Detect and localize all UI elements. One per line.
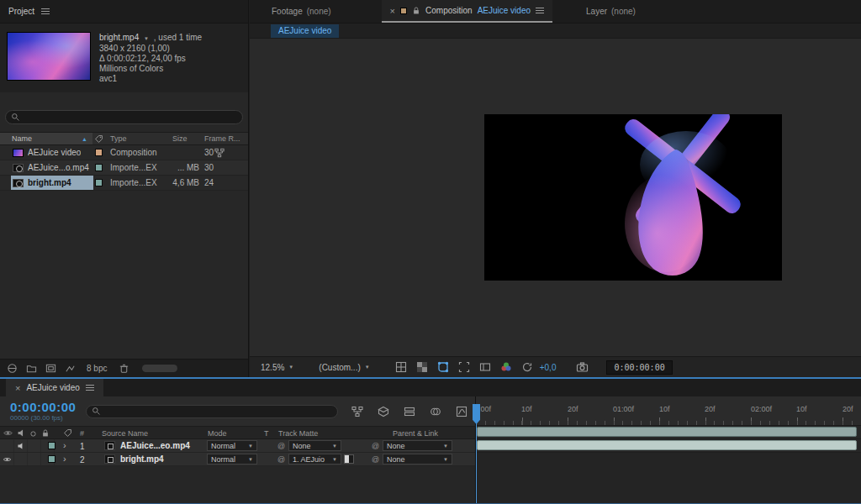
- project-item-row-footage[interactable]: AEJuice...o.mp4 Importe...EX ... MB 30: [0, 160, 248, 176]
- new-composition-icon[interactable]: [43, 361, 58, 376]
- column-t[interactable]: T: [264, 429, 269, 438]
- footage-thumbnail[interactable]: [7, 32, 91, 81]
- close-icon[interactable]: ×: [390, 6, 395, 16]
- grid-guides-icon[interactable]: [394, 360, 409, 375]
- timeline-tab-aejuice-video[interactable]: × AEJuice video: [6, 379, 103, 396]
- column-header-name[interactable]: Name: [12, 134, 32, 143]
- item-name-cell[interactable]: AEJuice...o.mp4: [11, 160, 93, 175]
- layer-duration-bar[interactable]: [477, 427, 857, 437]
- matte-pickwhip-icon[interactable]: @: [277, 455, 285, 464]
- panel-menu-icon[interactable]: [41, 8, 50, 14]
- parent-pickwhip-icon[interactable]: @: [372, 442, 379, 450]
- twirl-arrow-icon[interactable]: ›: [63, 454, 66, 464]
- parent-pickwhip-icon[interactable]: @: [372, 455, 379, 464]
- lock-icon[interactable]: [412, 6, 420, 15]
- solo-toggle[interactable]: [28, 453, 41, 465]
- blend-mode-dropdown[interactable]: Normal ▼: [207, 454, 257, 465]
- column-source-name[interactable]: Source Name: [102, 429, 148, 438]
- color-depth-button[interactable]: 8 bpc: [87, 364, 107, 373]
- chevron-down-icon[interactable]: ▼: [144, 36, 149, 41]
- parent-link-dropdown[interactable]: None ▼: [383, 454, 452, 465]
- transparency-grid-icon[interactable]: [415, 360, 430, 375]
- layer-row-2[interactable]: › 2 bright.mp4 Normal ▼ @ 1. AEJuio ▼ @: [0, 453, 475, 466]
- column-track-matte[interactable]: Track Matte: [278, 429, 318, 438]
- project-item-row-composition[interactable]: AEJuice video Composition 30: [0, 145, 248, 160]
- draft-3d-icon[interactable]: [376, 404, 391, 419]
- layer-duration-bar[interactable]: [477, 440, 857, 450]
- magnification-dropdown[interactable]: 12.5% ▼: [261, 363, 293, 372]
- composition-view[interactable]: [484, 114, 782, 281]
- chevron-down-icon: ▼: [288, 365, 293, 370]
- column-header-frame-rate[interactable]: Frame R...: [204, 134, 240, 143]
- exposure-reset-icon[interactable]: [520, 360, 535, 375]
- composition-viewport[interactable]: [250, 39, 861, 356]
- video-toggle[interactable]: [1, 439, 14, 452]
- track-lane-2: [476, 439, 861, 453]
- timeline-panel: × AEJuice video 0:00:00:00 00000 (30.00 …: [0, 377, 861, 504]
- item-name-cell[interactable]: bright.mp4: [11, 176, 93, 190]
- close-icon[interactable]: ×: [15, 383, 20, 393]
- current-time-display[interactable]: 0:00:00:00: [10, 401, 79, 413]
- audio-toggle[interactable]: [14, 453, 28, 465]
- column-mode[interactable]: Mode: [208, 429, 227, 438]
- viewer-tab-aejuice-video[interactable]: AEJuice video: [271, 24, 339, 38]
- label-column-icon[interactable]: [94, 134, 103, 144]
- project-item-row-selected[interactable]: bright.mp4 Importe...EX 4,6 MB 24: [0, 176, 248, 191]
- tab-layer[interactable]: Layer (none): [586, 7, 636, 16]
- blend-mode-value: Normal: [211, 442, 235, 450]
- snapshot-camera-icon[interactable]: [574, 360, 589, 375]
- adjust-depth-icon[interactable]: [62, 361, 77, 376]
- mini-flowchart-icon[interactable]: [350, 404, 365, 419]
- audio-toggle[interactable]: [14, 439, 28, 452]
- solo-toggle[interactable]: [28, 439, 41, 452]
- column-parent-link[interactable]: Parent & Link: [393, 429, 438, 438]
- blend-mode-value: Normal: [211, 455, 235, 464]
- interpret-footage-icon[interactable]: [4, 361, 19, 376]
- project-search-input[interactable]: [5, 110, 243, 124]
- matte-pickwhip-icon[interactable]: @: [277, 442, 285, 450]
- panel-menu-icon[interactable]: [536, 8, 544, 13]
- tab-footage[interactable]: Footage (none): [272, 7, 331, 16]
- item-name-cell[interactable]: AEJuice video: [11, 145, 93, 160]
- panel-menu-icon[interactable]: [86, 385, 94, 391]
- frame-blending-icon[interactable]: [428, 404, 443, 419]
- video-toggle[interactable]: [1, 453, 14, 465]
- preview-time-field[interactable]: 0:00:00:00: [606, 360, 672, 375]
- region-of-interest-icon[interactable]: [457, 360, 472, 375]
- new-folder-icon[interactable]: [24, 361, 39, 376]
- label-swatch[interactable]: [95, 149, 103, 156]
- twirl-arrow-icon[interactable]: ›: [63, 440, 66, 450]
- timeline-search-input[interactable]: [86, 405, 338, 418]
- mask-visibility-icon[interactable]: [436, 360, 451, 375]
- matte-type-icon[interactable]: [344, 454, 354, 464]
- layer-label-swatch[interactable]: [48, 442, 55, 449]
- column-header-size[interactable]: Size: [172, 134, 188, 143]
- exposure-value[interactable]: +0,0: [540, 363, 557, 372]
- panel-scroll-pill[interactable]: [142, 365, 177, 372]
- graph-editor-icon[interactable]: [454, 404, 469, 419]
- tab-composition[interactable]: × Composition AEJuice video: [382, 0, 552, 23]
- track-matte-dropdown[interactable]: None ▼: [288, 440, 341, 451]
- resolution-dropdown[interactable]: (Custom...) ▼: [319, 363, 369, 372]
- layer-label-swatch[interactable]: [48, 455, 55, 463]
- hide-shy-layers-icon[interactable]: [402, 404, 417, 419]
- timeline-track-area: :00f 10f 20f 01:00f 10f 20f 02:00f 10f 2…: [476, 396, 861, 503]
- blend-mode-dropdown[interactable]: Normal ▼: [207, 440, 257, 451]
- chevron-down-icon: ▼: [248, 457, 253, 462]
- pixel-aspect-icon[interactable]: [478, 360, 493, 375]
- column-number[interactable]: #: [80, 429, 84, 438]
- channel-icon[interactable]: [499, 360, 514, 375]
- layer-source-name[interactable]: bright.mp4: [120, 454, 164, 464]
- label-swatch[interactable]: [95, 179, 103, 186]
- label-swatch[interactable]: [95, 164, 103, 171]
- column-header-type[interactable]: Type: [110, 134, 127, 143]
- layer-row-1[interactable]: › 1 AEJuice...eo.mp4 Normal ▼ @ None ▼ @: [0, 439, 475, 453]
- tab-project[interactable]: Project: [0, 7, 50, 16]
- track-matte-dropdown[interactable]: 1. AEJuio ▼: [288, 454, 341, 465]
- parent-link-dropdown[interactable]: None ▼: [383, 440, 452, 451]
- layer-source-name[interactable]: AEJuice...eo.mp4: [120, 441, 190, 450]
- footage-tab-suffix: (none): [307, 7, 331, 16]
- trash-icon[interactable]: [116, 361, 131, 376]
- time-ruler[interactable]: :00f 10f 20f 01:00f 10f 20f 02:00f 10f 2…: [476, 396, 861, 426]
- sort-ascending-icon[interactable]: ▲: [82, 136, 87, 142]
